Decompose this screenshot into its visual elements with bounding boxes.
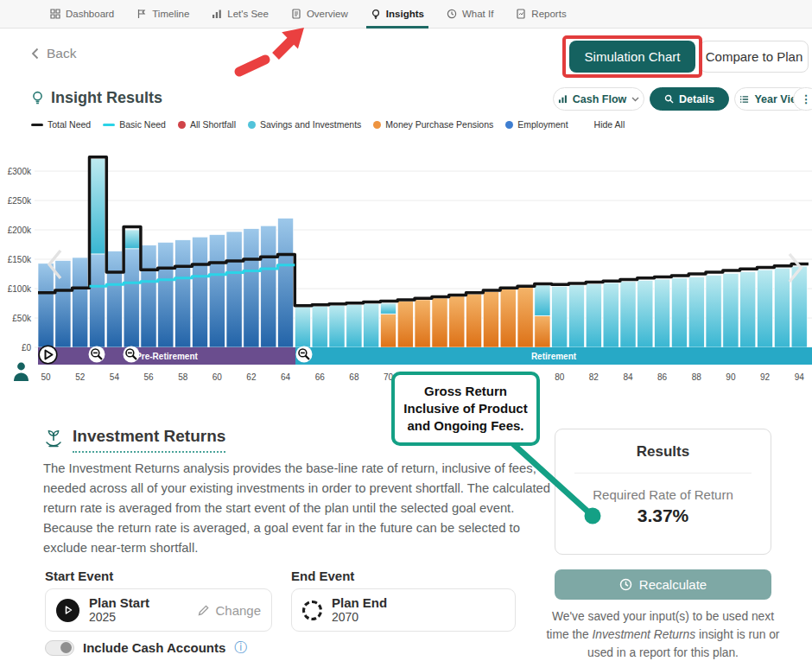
simulation-chart-button[interactable]: Simulation Chart (569, 41, 695, 73)
retirement-band: Retirement (295, 347, 812, 365)
investment-returns-heading: Investment Returns (43, 427, 225, 453)
nav-label: Timeline (152, 9, 189, 19)
legend-label: Basic Need (119, 119, 166, 130)
info-icon[interactable]: ⓘ (234, 639, 247, 656)
divider (574, 473, 752, 474)
include-cash-accounts-label: Include Cash Accounts (83, 640, 225, 655)
play-icon[interactable] (38, 345, 58, 365)
svg-text:£200k: £200k (8, 226, 32, 235)
start-event-label: Start Event (45, 569, 113, 583)
top-navbar: Dashboard Timeline Let's See Overview In… (0, 0, 812, 29)
zoom-out-icon[interactable] (88, 346, 105, 363)
legend-dot-swatch (373, 121, 381, 129)
recalculate-label: Recalculate (639, 577, 707, 592)
lightbulb-icon (31, 91, 44, 105)
recalculate-button[interactable]: Recalculate (555, 569, 771, 600)
callout-line: Inclusive of Product (403, 400, 527, 417)
svg-text:£300k: £300k (8, 167, 32, 176)
nav-label: Overview (307, 9, 348, 19)
zoom-out-icon[interactable] (123, 346, 140, 363)
nav-item-timeline[interactable]: Timeline (125, 0, 200, 29)
active-tab-underline (366, 26, 428, 29)
nav-item-overview[interactable]: Overview (280, 0, 359, 29)
required-rate-label: Required Rate of Return (555, 487, 771, 502)
svg-text:84: 84 (623, 372, 633, 382)
bar-chart-icon (212, 9, 222, 19)
nav-item-reports[interactable]: Reports (504, 0, 577, 29)
more-options-button[interactable]: ⋮ (793, 87, 812, 111)
legend-item-basic-need[interactable]: Basic Need (103, 119, 166, 130)
svg-text:64: 64 (281, 372, 291, 382)
document-icon (291, 9, 301, 19)
svg-text:90: 90 (726, 372, 736, 382)
legend-item-total-need[interactable]: Total Need (31, 119, 91, 130)
change-label: Change (215, 603, 261, 618)
nav-item-insights[interactable]: Insights (359, 0, 435, 29)
nav-label: Dashboard (66, 9, 114, 19)
legend-label: All Shortfall (190, 119, 236, 130)
insight-results-title: Insight Results (51, 89, 162, 107)
report-icon (516, 9, 526, 19)
svg-text:£0: £0 (22, 343, 32, 353)
svg-text:94: 94 (795, 372, 805, 382)
person-icon (13, 362, 29, 381)
play-circle-icon (56, 599, 79, 622)
nav-item-what-if[interactable]: What If (435, 0, 504, 29)
end-event-year: 2070 (332, 610, 387, 625)
svg-text:52: 52 (75, 372, 86, 382)
include-cash-accounts-toggle[interactable] (45, 640, 74, 656)
svg-text:82: 82 (589, 372, 599, 382)
nav-item-lets-see[interactable]: Let's See (200, 0, 280, 29)
back-button[interactable]: Back (31, 46, 76, 61)
magnifier-icon (664, 94, 674, 104)
start-event-name: Plan Start (89, 595, 149, 610)
results-card: Results Required Rate of Return 3.37% (555, 429, 771, 555)
svg-text:66: 66 (315, 372, 326, 382)
legend-label: Money Purchase Pensions (385, 119, 493, 130)
legend-label: Employment (517, 119, 568, 130)
nav-item-dashboard[interactable]: Dashboard (39, 0, 125, 29)
svg-text:92: 92 (760, 372, 771, 382)
svg-text:£150k: £150k (8, 255, 32, 264)
svg-text:£250k: £250k (8, 196, 32, 206)
start-event-card: Plan Start 2025 Change (45, 588, 272, 632)
flag-icon (136, 9, 147, 19)
investment-returns-title: Investment Returns (73, 427, 225, 453)
start-event-year: 2025 (89, 610, 149, 625)
nav-label: Reports (531, 9, 566, 19)
nav-label: Let's See (227, 9, 269, 19)
include-cash-accounts-row: Include Cash Accounts ⓘ (45, 639, 247, 656)
cash-flow-button[interactable]: Cash Flow (553, 87, 644, 111)
retirement-label: Retirement (531, 352, 576, 361)
investment-returns-description: The Investment Returns analysis provides… (43, 459, 553, 558)
legend-item-employment[interactable]: Employment (505, 119, 568, 130)
compare-to-plan-button[interactable]: Compare to Plan (700, 41, 809, 73)
insights-page: Dashboard Timeline Let's See Overview In… (0, 0, 812, 661)
back-label: Back (47, 46, 76, 61)
end-event-name: Plan End (332, 595, 387, 610)
svg-text:88: 88 (692, 372, 702, 382)
nav-label: Insights (386, 9, 424, 19)
note-italic-text: Investment Returns (592, 628, 695, 641)
red-arrow-annotation (212, 21, 315, 90)
hide-all-label: Hide All (594, 119, 625, 130)
details-label: Details (679, 93, 714, 105)
svg-text:£50k: £50k (12, 314, 32, 323)
change-start-event-button[interactable]: Change (198, 603, 261, 618)
required-rate-value: 3.37% (555, 505, 771, 526)
legend-item-savings-investments[interactable]: Savings and Investments (248, 119, 361, 130)
legend-item-money-purchase-pensions[interactable]: Money Purchase Pensions (373, 119, 493, 130)
end-event-label: End Event (291, 569, 354, 583)
legend-label: Total Need (48, 119, 91, 130)
legend-label: Savings and Investments (260, 119, 361, 130)
svg-text:58: 58 (178, 372, 188, 382)
nav-label: What If (462, 9, 493, 19)
chevron-right-icon[interactable] (784, 251, 807, 285)
zoom-out-icon[interactable] (295, 346, 313, 363)
chevron-left-icon[interactable] (43, 247, 66, 282)
insight-results-heading: Insight Results (31, 89, 162, 107)
end-event-card: Plan End 2070 (291, 588, 516, 632)
legend-item-all-shortfall[interactable]: All Shortfall (178, 119, 236, 130)
details-button[interactable]: Details (650, 87, 729, 111)
hide-all-button[interactable]: Hide All (594, 119, 625, 130)
